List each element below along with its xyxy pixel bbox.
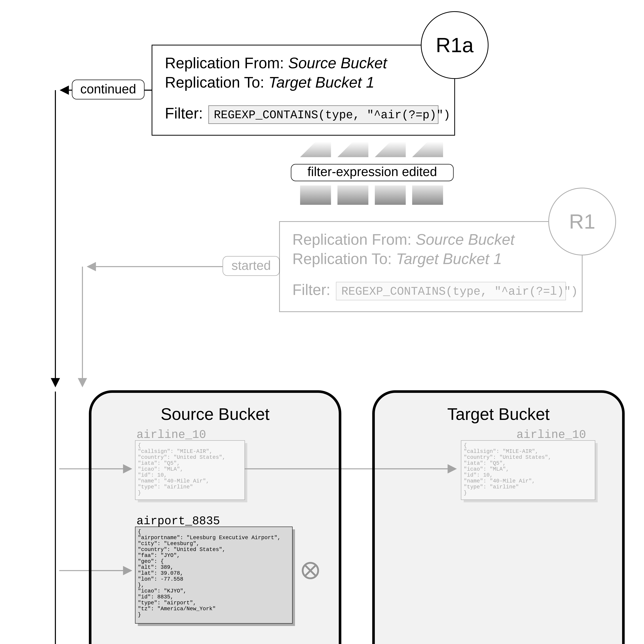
svg-text:Replication From: Source Bucke: Replication From: Source Bucket xyxy=(165,54,388,71)
svg-rect-6 xyxy=(337,185,368,205)
doc-key: airline_10 xyxy=(137,428,206,441)
svg-text:}: } xyxy=(464,490,467,496)
svg-text:"type": "airline": "type": "airline" xyxy=(464,484,519,490)
r1-to-value: Target Bucket 1 xyxy=(396,250,502,267)
r1a-to-value: Target Bucket 1 xyxy=(269,74,374,91)
r1-from-label: Replication From: xyxy=(292,231,416,248)
svg-text:Replication To: Target Bucket : Replication To: Target Bucket 1 xyxy=(165,74,374,91)
chain-continued: continued xyxy=(55,80,152,386)
svg-text:Replication From: Source Bucke: Replication From: Source Bucket xyxy=(292,231,515,248)
r1a-filter-expr: REGEXP_CONTAINS(type, "^air(?=p)") xyxy=(214,109,450,122)
svg-text:"id": 10,: "id": 10, xyxy=(464,472,493,478)
r1a-from-value: Source Bucket xyxy=(288,54,388,71)
svg-text:"alt": 389,: "alt": 389, xyxy=(138,564,173,570)
chain-started: started xyxy=(82,256,279,386)
svg-text:"lon": -77.558: "lon": -77.558 xyxy=(138,576,183,582)
svg-text:{: { xyxy=(138,529,141,535)
svg-text:"faa": "JYO",: "faa": "JYO", xyxy=(138,552,180,559)
edited-label: filter-expression edited xyxy=(307,164,437,179)
svg-text:}: } xyxy=(138,612,141,618)
svg-text:"callsign": "MILE-AIR",: "callsign": "MILE-AIR", xyxy=(464,448,538,455)
svg-text:},: }, xyxy=(138,582,144,588)
r1-filter-label: Filter: xyxy=(292,281,330,298)
svg-text:"name": "40-Mile Air",: "name": "40-Mile Air", xyxy=(138,478,209,484)
svg-text:"geo": {: "geo": { xyxy=(138,558,164,565)
svg-text:"country": "United States",: "country": "United States", xyxy=(138,546,226,553)
svg-text:"id": 10,: "id": 10, xyxy=(138,472,167,478)
source-bucket-title: Source Bucket xyxy=(161,405,269,423)
svg-text:"icao": "MLA",: "icao": "MLA", xyxy=(138,466,183,472)
svg-rect-5 xyxy=(300,185,331,205)
svg-text:"city": "Leesburg",: "city": "Leesburg", xyxy=(138,541,200,547)
r1-badge: R1 xyxy=(569,210,595,233)
svg-text:"icao": "KJYO",: "icao": "KJYO", xyxy=(138,588,187,594)
card-r1a: Replication From: Source Bucket Replicat… xyxy=(152,12,488,135)
r1a-from-label: Replication From: xyxy=(165,54,288,71)
doc-key: airport_8835 xyxy=(137,515,220,528)
r1-filter-expr: REGEXP_CONTAINS(type, "^air(?=l)") xyxy=(341,285,578,298)
transition-chevrons: filter-expression edited xyxy=(291,142,453,205)
svg-rect-8 xyxy=(412,185,443,205)
svg-text:"type": "airline": "type": "airline" xyxy=(138,484,193,490)
svg-text:"country": "United States",: "country": "United States", xyxy=(138,454,226,460)
doc-key: airline_10 xyxy=(516,428,586,441)
svg-text:"type": "airport",: "type": "airport", xyxy=(138,600,196,606)
r1a-filter-label: Filter: xyxy=(165,105,203,122)
svg-text:Replication To: Target Bucket : Replication To: Target Bucket 1 xyxy=(292,250,502,267)
r1-from-value: Source Bucket xyxy=(416,231,515,248)
diagram-svg: Replication From: Source Bucket Replicat… xyxy=(0,0,644,644)
r1-to-label: Replication To: xyxy=(292,250,396,267)
started-label: started xyxy=(231,258,271,273)
svg-text:"callsign": "MILE-AIR",: "callsign": "MILE-AIR", xyxy=(138,448,213,455)
doc-src-airport8835: airport_8835 { "airportname": "Leesburg … xyxy=(135,515,295,626)
r1a-to-label: Replication To: xyxy=(165,74,269,91)
svg-text:"icao": "MLA",: "icao": "MLA", xyxy=(464,466,509,472)
continued-label: continued xyxy=(80,82,136,96)
r1a-badge: R1a xyxy=(436,33,474,57)
svg-text:{: { xyxy=(464,442,467,449)
svg-text:"name": "40-Mile Air",: "name": "40-Mile Air", xyxy=(464,478,535,484)
target-bucket-title: Target Bucket xyxy=(447,405,550,423)
svg-text:"iata": "Q5",: "iata": "Q5", xyxy=(138,460,180,466)
svg-text:"airportname": "Leesburg Execu: "airportname": "Leesburg Executive Airpo… xyxy=(138,535,281,541)
card-r1: Replication From: Source Bucket Replicat… xyxy=(279,188,616,312)
svg-rect-7 xyxy=(375,185,406,205)
svg-text:"lat": 39.078,: "lat": 39.078, xyxy=(138,570,183,576)
svg-text:{: { xyxy=(138,442,141,449)
svg-text:"iata": "Q5",: "iata": "Q5", xyxy=(464,460,506,466)
svg-text:"id": 8835,: "id": 8835, xyxy=(138,594,173,600)
svg-text:"tz": "America/New_York": "tz": "America/New_York" xyxy=(138,606,216,612)
svg-text:}: } xyxy=(138,490,141,496)
svg-text:"country": "United States",: "country": "United States", xyxy=(464,454,551,460)
